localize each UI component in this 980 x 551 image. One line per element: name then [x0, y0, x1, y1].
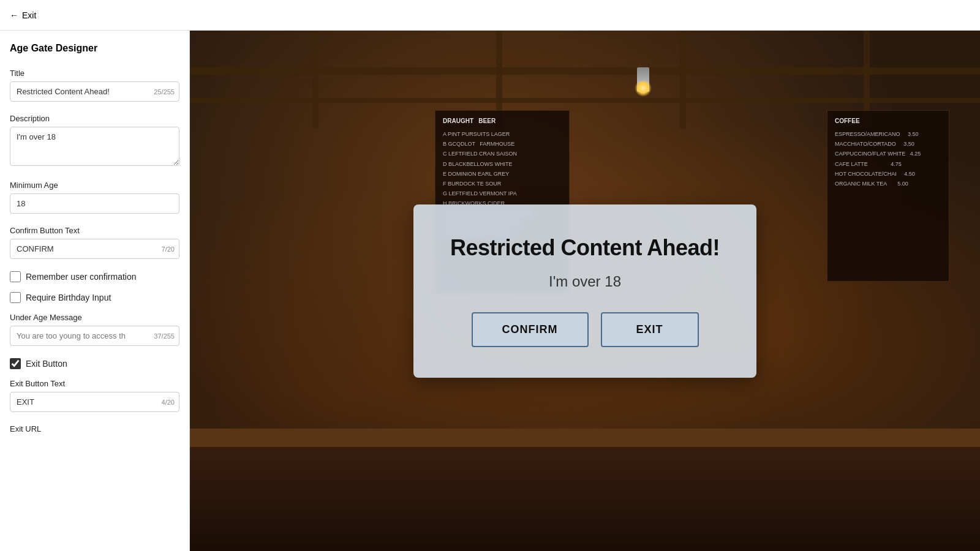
main-layout: Age Gate Designer Title 25/255 Descripti…: [0, 31, 980, 551]
confirm-btn-text-input-wrapper: 7/20: [10, 239, 179, 259]
min-age-input-wrapper: [10, 193, 179, 214]
exit-label: Exit: [22, 10, 36, 20]
exit-url-label: Exit URL: [10, 424, 179, 433]
modal-exit-button[interactable]: EXIT: [601, 312, 699, 347]
under-age-label: Under Age Message: [10, 313, 179, 322]
description-label: Description: [10, 114, 179, 123]
remember-checkbox[interactable]: [10, 271, 21, 282]
min-age-label: Minimum Age: [10, 181, 179, 190]
modal-description: I'm over 18: [450, 273, 720, 290]
exit-icon: ←: [10, 10, 18, 20]
description-field-group: Description: [10, 114, 179, 168]
exit-btn-text-input-wrapper: 4/20: [10, 392, 179, 412]
preview-area: DRAUGHT BEER A PINT PURSUITS LAGER B GCQ…: [190, 31, 980, 551]
exit-button-label[interactable]: Exit Button: [26, 359, 67, 369]
title-char-count: 25/255: [154, 88, 175, 96]
title-field-group: Title 25/255: [10, 69, 179, 102]
confirm-btn-text-label: Confirm Button Text: [10, 226, 179, 235]
modal-overlay: Restricted Content Ahead! I'm over 18 CO…: [190, 31, 980, 551]
confirm-btn-text-input[interactable]: [10, 239, 179, 259]
min-age-input[interactable]: [10, 193, 179, 214]
birthday-label[interactable]: Require Birthday Input: [26, 293, 111, 302]
title-label: Title: [10, 69, 179, 78]
sidebar: Age Gate Designer Title 25/255 Descripti…: [0, 31, 190, 551]
exit-button-checkbox[interactable]: [10, 358, 21, 369]
top-bar: ← Exit: [0, 0, 980, 31]
confirm-btn-char-count: 7/20: [162, 246, 175, 253]
birthday-checkbox-group: Require Birthday Input: [10, 292, 179, 303]
under-age-field-group: Under Age Message 37/255: [10, 313, 179, 346]
birthday-checkbox[interactable]: [10, 292, 21, 303]
description-input[interactable]: [10, 127, 179, 166]
modal-title: Restricted Content Ahead!: [450, 235, 720, 261]
modal-confirm-button[interactable]: CONFIRM: [472, 312, 589, 347]
confirm-btn-text-field-group: Confirm Button Text 7/20: [10, 226, 179, 259]
title-input-wrapper: 25/255: [10, 81, 179, 102]
preview-background: DRAUGHT BEER A PINT PURSUITS LAGER B GCQ…: [190, 31, 980, 551]
exit-button-checkbox-group: Exit Button: [10, 358, 179, 369]
exit-button[interactable]: ← Exit: [10, 10, 36, 20]
exit-btn-text-input[interactable]: [10, 392, 179, 412]
exit-btn-text-label: Exit Button Text: [10, 379, 179, 388]
exit-btn-text-field-group: Exit Button Text 4/20: [10, 379, 179, 412]
modal-box: Restricted Content Ahead! I'm over 18 CO…: [413, 204, 756, 378]
exit-btn-char-count: 4/20: [162, 399, 175, 406]
under-age-input-wrapper: 37/255: [10, 326, 179, 346]
min-age-field-group: Minimum Age: [10, 181, 179, 214]
exit-url-field-group: Exit URL: [10, 424, 179, 433]
remember-label[interactable]: Remember user confirmation: [26, 272, 137, 282]
sidebar-title: Age Gate Designer: [10, 43, 179, 54]
remember-checkbox-group: Remember user confirmation: [10, 271, 179, 282]
under-age-char-count: 37/255: [154, 332, 175, 340]
modal-buttons: CONFIRM EXIT: [450, 312, 720, 347]
